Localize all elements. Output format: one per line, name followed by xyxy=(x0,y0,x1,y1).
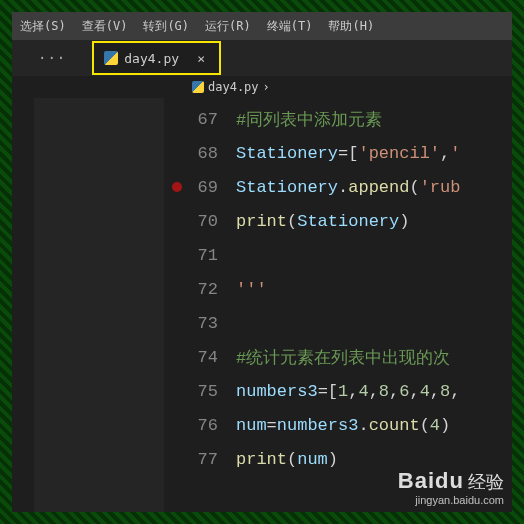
tab-day4[interactable]: day4.py × xyxy=(92,41,221,75)
line-number: 73 xyxy=(164,314,236,333)
tab-label: day4.py xyxy=(124,51,179,66)
line-number: 77 xyxy=(164,450,236,469)
python-icon xyxy=(192,81,204,93)
line-number: 71 xyxy=(164,246,236,265)
breadcrumb[interactable]: day4.py › xyxy=(12,76,512,98)
code-line[interactable]: 72 ''' xyxy=(164,272,512,306)
menu-go[interactable]: 转到(G) xyxy=(135,18,197,35)
string: ''' xyxy=(236,280,267,299)
line-number: 75 xyxy=(164,382,236,401)
line-number: 74 xyxy=(164,348,236,367)
code: Stationery.append('rub xyxy=(236,178,460,197)
code-line[interactable]: 73 xyxy=(164,306,512,340)
code-line[interactable]: 74 #统计元素在列表中出现的次 xyxy=(164,340,512,374)
code-line[interactable]: 70 print(Stationery) xyxy=(164,204,512,238)
comment: #统计元素在列表中出现的次 xyxy=(236,346,450,369)
python-icon xyxy=(104,51,118,65)
breakpoint-icon[interactable]: 69 xyxy=(164,178,236,197)
code: print(num) xyxy=(236,450,338,469)
line-number: 70 xyxy=(164,212,236,231)
code: print(Stationery) xyxy=(236,212,409,231)
menu-help[interactable]: 帮助(H) xyxy=(320,18,382,35)
code-line[interactable]: 67 #同列表中添加元素 xyxy=(164,102,512,136)
explorer-panel[interactable] xyxy=(34,98,164,512)
editor[interactable]: 67 #同列表中添加元素 68 Stationery=['pencil',' 6… xyxy=(12,98,512,512)
menu-bar: 选择(S) 查看(V) 转到(G) 运行(R) 终端(T) 帮助(H) xyxy=(12,12,512,40)
line-number: 67 xyxy=(164,110,236,129)
code-line[interactable]: 68 Stationery=['pencil',' xyxy=(164,136,512,170)
activity-bar[interactable] xyxy=(12,98,34,512)
code-line[interactable]: 75 numbers3=[1,4,8,6,4,8, xyxy=(164,374,512,408)
line-number: 72 xyxy=(164,280,236,299)
tab-overflow-icon[interactable]: ··· xyxy=(12,50,92,66)
code: numbers3=[1,4,8,6,4,8, xyxy=(236,382,460,401)
menu-view[interactable]: 查看(V) xyxy=(74,18,136,35)
code-line[interactable]: 69 Stationery.append('rub xyxy=(164,170,512,204)
code-area[interactable]: 67 #同列表中添加元素 68 Stationery=['pencil',' 6… xyxy=(164,98,512,512)
comment: #同列表中添加元素 xyxy=(236,108,382,131)
menu-select[interactable]: 选择(S) xyxy=(12,18,74,35)
code: num=numbers3.count(4) xyxy=(236,416,450,435)
code: Stationery=['pencil',' xyxy=(236,144,460,163)
code-line[interactable]: 71 xyxy=(164,238,512,272)
line-number: 68 xyxy=(164,144,236,163)
breadcrumb-label: day4.py xyxy=(208,80,259,94)
line-number: 76 xyxy=(164,416,236,435)
watermark: Baidu经验 jingyan.baidu.com xyxy=(398,468,504,506)
chevron-right-icon: › xyxy=(263,80,270,94)
close-icon[interactable]: × xyxy=(193,50,209,66)
menu-terminal[interactable]: 终端(T) xyxy=(259,18,321,35)
tab-bar: ··· day4.py × xyxy=(12,40,512,76)
code-line[interactable]: 76 num=numbers3.count(4) xyxy=(164,408,512,442)
menu-run[interactable]: 运行(R) xyxy=(197,18,259,35)
